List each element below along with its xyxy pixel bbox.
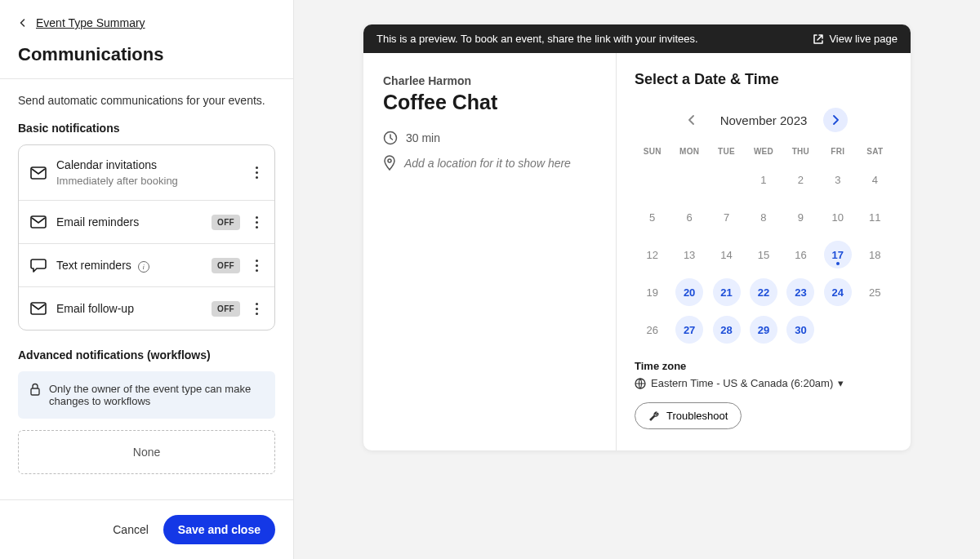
more-menu-button[interactable] <box>250 300 263 317</box>
duration-text: 30 min <box>406 131 440 144</box>
envelope-icon <box>30 214 47 230</box>
day-23[interactable]: 23 <box>786 278 814 306</box>
row-email-reminders[interactable]: Email reminders OFF <box>19 201 274 244</box>
preview-area: This is a preview. To book an event, sha… <box>294 0 980 559</box>
basic-notifications-list: Calendar invitations Immediately after b… <box>18 144 275 331</box>
chat-bubble-icon <box>30 257 47 273</box>
dow-label: MON <box>671 147 706 156</box>
back-link[interactable]: Event Type Summary <box>36 16 145 29</box>
dow-label: SUN <box>635 147 670 156</box>
location-placeholder: Add a location for it to show here <box>404 157 571 170</box>
day-6: 6 <box>675 203 703 231</box>
day-28[interactable]: 28 <box>713 316 741 344</box>
day-15: 15 <box>750 241 777 268</box>
event-title: Coffee Chat <box>383 91 596 114</box>
location-row[interactable]: Add a location for it to show here <box>383 155 596 171</box>
workflows-empty: None <box>18 430 275 474</box>
basic-notifications-title: Basic notifications <box>18 122 275 135</box>
advanced-notifications-title: Advanced notifications (workflows) <box>18 348 275 362</box>
dow-label: SAT <box>858 147 893 156</box>
day-18: 18 <box>861 241 889 268</box>
view-live-link[interactable]: View live page <box>813 33 898 45</box>
page-title: Communications <box>18 44 275 65</box>
preview-card: This is a preview. To book an event, sha… <box>363 24 911 450</box>
wrench-icon <box>648 410 660 422</box>
more-menu-button[interactable] <box>250 214 263 230</box>
day-9: 9 <box>786 203 814 231</box>
day-14: 14 <box>713 241 741 268</box>
page-description: Send automatic communications for your e… <box>18 94 275 107</box>
row-email-followup[interactable]: Email follow-up OFF <box>19 287 274 330</box>
duration-row: 30 min <box>383 131 596 145</box>
preview-banner-text: This is a preview. To book an event, sha… <box>376 33 698 45</box>
day-27[interactable]: 27 <box>675 316 703 344</box>
info-icon[interactable]: i <box>138 261 149 273</box>
workflow-owner-banner: Only the owner of the event type can mak… <box>18 371 275 419</box>
preview-header: This is a preview. To book an event, sha… <box>363 24 911 53</box>
select-title: Select a Date & Time <box>635 71 893 88</box>
more-menu-button[interactable] <box>250 257 263 273</box>
external-link-icon <box>813 33 824 45</box>
day-4: 4 <box>861 166 889 193</box>
timezone-selector[interactable]: Eastern Time - US & Canada (6:20am) ▾ <box>635 377 893 389</box>
prev-month-button[interactable] <box>679 108 704 132</box>
location-pin-icon <box>383 155 396 171</box>
day-10: 10 <box>824 203 852 231</box>
day-5: 5 <box>639 203 666 231</box>
clock-icon <box>383 131 398 145</box>
day-11: 11 <box>861 203 889 231</box>
day-7: 7 <box>713 203 741 231</box>
day-20[interactable]: 20 <box>675 278 703 306</box>
divider <box>0 78 293 79</box>
day-26: 26 <box>639 316 666 344</box>
day-blank <box>713 166 741 193</box>
dow-label: WED <box>746 147 781 156</box>
troubleshoot-button[interactable]: Troubleshoot <box>635 402 742 429</box>
row-label: Email reminders <box>56 215 202 228</box>
envelope-icon <box>30 300 47 317</box>
day-22[interactable]: 22 <box>750 278 777 306</box>
save-button[interactable]: Save and close <box>163 515 275 544</box>
row-label: Text reminders i <box>56 259 202 273</box>
day-17[interactable]: 17 <box>824 241 852 268</box>
left-panel: Event Type Summary Communications Send a… <box>0 0 294 559</box>
caret-down-icon: ▾ <box>838 377 844 389</box>
dow-label: FRI <box>820 147 855 156</box>
off-badge: OFF <box>212 258 240 273</box>
timezone-label: Time zone <box>635 360 893 372</box>
chevron-left-icon <box>18 18 28 28</box>
day-blank <box>675 166 703 193</box>
row-label: Calendar invitations <box>56 158 240 171</box>
cancel-button[interactable]: Cancel <box>113 523 149 536</box>
event-details: Charlee Harmon Coffee Chat 30 min Add a … <box>363 53 617 450</box>
dow-label: THU <box>783 147 818 156</box>
calendar-panel: Select a Date & Time November 2023 SUNMO… <box>617 53 911 450</box>
day-24[interactable]: 24 <box>824 278 852 306</box>
day-29[interactable]: 29 <box>750 316 777 344</box>
day-21[interactable]: 21 <box>713 278 741 306</box>
more-menu-button[interactable] <box>250 165 263 181</box>
host-name: Charlee Harmon <box>383 74 596 87</box>
svg-point-5 <box>388 159 391 162</box>
day-30[interactable]: 30 <box>786 316 814 344</box>
month-label: November 2023 <box>720 113 808 127</box>
row-sublabel: Immediately after booking <box>56 175 240 187</box>
day-25: 25 <box>861 278 889 306</box>
globe-icon <box>635 378 646 389</box>
dow-label: TUE <box>709 147 744 156</box>
lock-icon <box>29 383 41 407</box>
day-19: 19 <box>639 278 666 306</box>
day-3: 3 <box>824 166 852 193</box>
banner-text: Only the owner of the event type can mak… <box>49 383 264 407</box>
day-13: 13 <box>675 241 703 268</box>
row-label: Email follow-up <box>56 302 202 315</box>
off-badge: OFF <box>212 301 240 317</box>
row-calendar-invitations[interactable]: Calendar invitations Immediately after b… <box>19 145 274 201</box>
calendar-grid: SUNMONTUEWEDTHUFRISAT1234567891011121314… <box>635 147 893 344</box>
day-blank <box>639 166 666 193</box>
back-link-row[interactable]: Event Type Summary <box>18 16 275 29</box>
next-month-button[interactable] <box>823 108 848 132</box>
off-badge: OFF <box>212 215 240 230</box>
row-text-reminders[interactable]: Text reminders i OFF <box>19 244 274 287</box>
footer-actions: Cancel Save and close <box>0 499 293 559</box>
